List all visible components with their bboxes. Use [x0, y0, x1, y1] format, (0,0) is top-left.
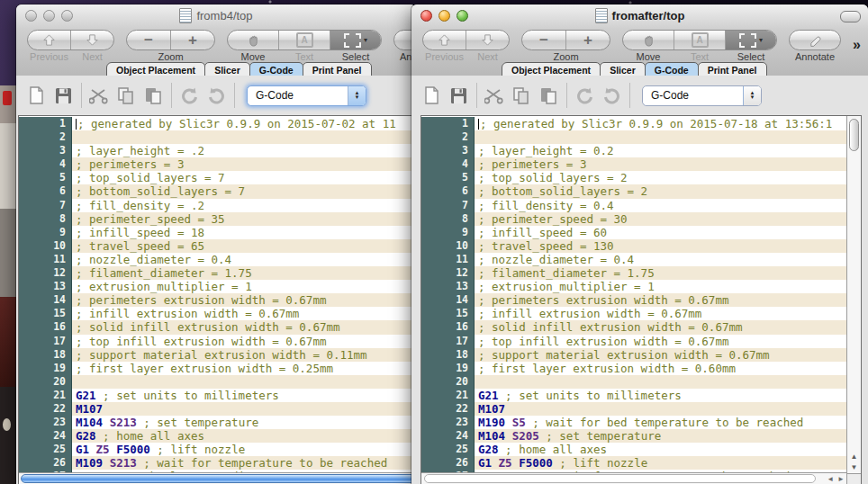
- code-text[interactable]: ; first layer extrusion width = 0.25mm: [72, 362, 416, 375]
- scroll-left-icon[interactable]: ◄: [827, 475, 834, 483]
- tab-slicer[interactable]: Slicer: [204, 62, 250, 76]
- code-text[interactable]: ; perimeters extrusion width = 0.67mm: [475, 293, 846, 307]
- code-text[interactable]: ; support material extrusion width = 0.6…: [475, 348, 846, 362]
- code-text[interactable]: G28 ; home all axes: [475, 443, 846, 456]
- gcode-view-dropdown[interactable]: G-Code ▲▼: [642, 85, 762, 106]
- cut-button[interactable]: [88, 85, 110, 106]
- code-text[interactable]: G21 ; set units to millimeters: [72, 389, 416, 402]
- code-text[interactable]: ; generated by Slic3r 0.9.9 on 2015-07-0…: [72, 117, 416, 130]
- code-text[interactable]: ; infill_speed = 60: [475, 226, 846, 239]
- scroll-right-icon[interactable]: ►: [837, 475, 845, 483]
- code-text[interactable]: G1 Z5 F5000 ; lift nozzle: [475, 456, 846, 470]
- code-text[interactable]: ; generated by Slic3r 0.9.9 on 2015-07-1…: [475, 117, 846, 130]
- tab-object-placement[interactable]: Object Placement: [106, 62, 205, 76]
- code-text[interactable]: ; perimeters = 3: [475, 157, 846, 171]
- zoom-button[interactable]: [61, 10, 73, 22]
- copy-button[interactable]: [511, 85, 532, 106]
- code-text[interactable]: M190 S5 ; wait for bed temperature to be…: [475, 416, 846, 429]
- paste-button[interactable]: [538, 85, 559, 106]
- zoom-out-button[interactable]: −: [522, 31, 565, 49]
- close-button[interactable]: [25, 10, 37, 22]
- gcode-view-dropdown[interactable]: G-Code ▲▼: [247, 85, 366, 106]
- zoom-in-button[interactable]: +: [565, 31, 610, 49]
- preview-window-fromafter[interactable]: fromafter/top PreviousNext: [411, 4, 868, 484]
- code-text[interactable]: ; perimeters extrusion width = 0.67mm: [72, 293, 416, 307]
- code-text[interactable]: ; top infill extrusion width = 0.67mm: [475, 335, 846, 348]
- close-button[interactable]: [420, 10, 432, 22]
- code-text[interactable]: M107: [72, 402, 416, 416]
- previous-button[interactable]: [423, 31, 466, 49]
- horizontal-scrollbar[interactable]: ◄►: [421, 472, 846, 484]
- next-button[interactable]: [466, 31, 509, 49]
- copy-button[interactable]: [115, 85, 137, 106]
- preview-window-fromb4[interactable]: fromb4/top PreviousNext: [16, 4, 416, 484]
- code-text[interactable]: ; filament_diameter = 1.75: [475, 266, 846, 280]
- code-text[interactable]: G21 ; set units to millimeters: [475, 389, 846, 402]
- vertical-scrollbar[interactable]: ▲▼: [846, 116, 861, 473]
- cut-button[interactable]: [484, 85, 505, 106]
- code-text[interactable]: [72, 130, 416, 144]
- code-text[interactable]: [475, 130, 846, 144]
- code-text[interactable]: ; perimeter_speed = 35: [72, 212, 416, 226]
- code-text[interactable]: ; perimeters = 3: [72, 157, 416, 171]
- code-text[interactable]: ; travel_speed = 130: [475, 239, 846, 253]
- code-text[interactable]: ; fill_density = .2: [72, 199, 416, 212]
- code-text[interactable]: [475, 375, 846, 389]
- text-tool-button[interactable]: A: [278, 31, 330, 49]
- code-text[interactable]: ; perimeter_speed = 30: [475, 212, 846, 226]
- code-text[interactable]: ; infill extrusion width = 0.67mm: [72, 307, 416, 320]
- text-tool-button[interactable]: A: [674, 31, 725, 49]
- code-text[interactable]: ; extrusion_multiplier = 1: [475, 280, 846, 293]
- undo-button[interactable]: [178, 85, 200, 106]
- scrollbar-thumb[interactable]: [21, 474, 415, 483]
- code-text[interactable]: [72, 375, 416, 389]
- save-button[interactable]: [52, 85, 74, 106]
- toolbar-overflow-button[interactable]: »: [853, 37, 861, 53]
- redo-button[interactable]: [601, 85, 622, 106]
- scroll-down-icon[interactable]: ▼: [851, 463, 858, 471]
- zoom-in-button[interactable]: +: [170, 31, 214, 49]
- code-text[interactable]: M104 S213 ; set temperature: [72, 416, 416, 429]
- new-file-button[interactable]: [420, 85, 442, 106]
- code-text[interactable]: ; infill extrusion width = 0.67mm: [475, 307, 846, 320]
- code-text[interactable]: ; filament_diameter = 1.75: [72, 266, 416, 280]
- code-text[interactable]: ; solid infill extrusion width = 0.67mm: [475, 320, 846, 334]
- gcode-editor[interactable]: 1; generated by Slic3r 0.9.9 on 2015-07-…: [18, 115, 416, 484]
- code-text[interactable]: ; bottom_solid_layers = 7: [72, 184, 416, 198]
- code-text[interactable]: ; nozzle_diameter = 0.4: [475, 253, 846, 266]
- minimize-button[interactable]: [439, 10, 450, 22]
- move-tool-button[interactable]: [623, 31, 674, 49]
- redo-button[interactable]: [205, 85, 227, 106]
- code-text[interactable]: ; bottom_solid_layers = 2: [475, 184, 846, 198]
- tab-g-code[interactable]: G-Code: [249, 62, 303, 76]
- code-text[interactable]: G1 Z5 F5000 ; lift nozzle: [72, 443, 416, 456]
- code-text[interactable]: ; first layer extrusion width = 0.60mm: [475, 362, 846, 375]
- paste-button[interactable]: [142, 85, 164, 106]
- tab-object-placement[interactable]: Object Placement: [502, 62, 601, 76]
- select-tool-button[interactable]: ▾: [725, 31, 776, 49]
- scrollbar-thumb[interactable]: [849, 119, 859, 151]
- undo-button[interactable]: [574, 85, 595, 106]
- code-text[interactable]: ; top_solid_layers = 7: [72, 171, 416, 184]
- next-button[interactable]: [70, 31, 113, 49]
- minimize-button[interactable]: [43, 10, 55, 22]
- code-text[interactable]: ; layer_height = .2: [72, 144, 416, 157]
- zoom-out-button[interactable]: −: [127, 31, 170, 49]
- code-text[interactable]: ; top infill extrusion width = 0.67mm: [72, 335, 416, 348]
- save-button[interactable]: [448, 85, 469, 106]
- gcode-editor[interactable]: 1; generated by Slic3r 0.9.9 on 2015-07-…: [420, 115, 862, 484]
- previous-button[interactable]: [28, 31, 70, 49]
- code-text[interactable]: ; layer_height = 0.2: [475, 144, 846, 157]
- tab-print-panel[interactable]: Print Panel: [303, 62, 372, 76]
- code-text[interactable]: ; top_solid_layers = 2: [475, 171, 846, 184]
- code-text[interactable]: ; infill_speed = 18: [72, 226, 416, 239]
- scroll-up-icon[interactable]: ▲: [851, 453, 858, 461]
- code-text[interactable]: ; travel_speed = 65: [72, 239, 416, 253]
- tab-slicer[interactable]: Slicer: [600, 62, 646, 76]
- title-bar[interactable]: fromafter/top: [411, 4, 868, 26]
- zoom-button[interactable]: [457, 10, 468, 22]
- code-text[interactable]: M104 S205 ; set temperature: [475, 429, 846, 443]
- code-text[interactable]: ; nozzle_diameter = 0.4: [72, 253, 416, 266]
- annotate-button[interactable]: [790, 31, 840, 49]
- code-text[interactable]: M109 S213 ; wait for temperature to be r…: [72, 456, 416, 470]
